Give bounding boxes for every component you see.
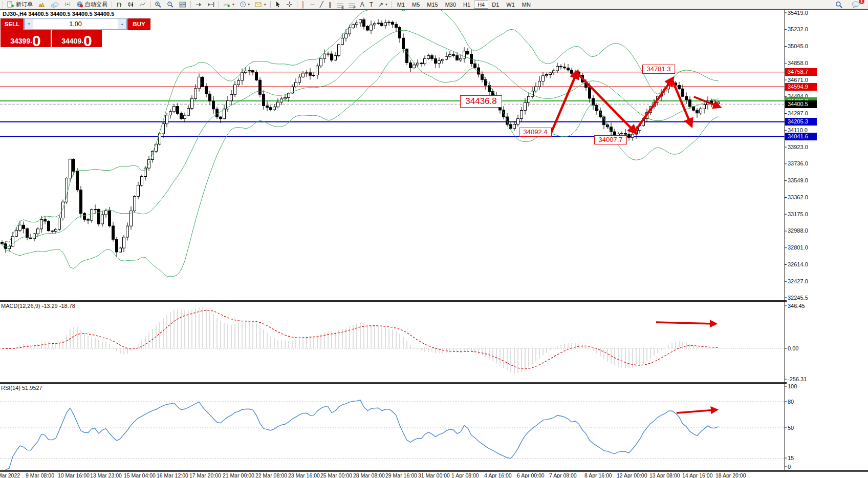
- main-chart-canvas[interactable]: [0, 0, 868, 478]
- auto-scroll-button[interactable]: [192, 1, 205, 9]
- trend-annotation-arrows[interactable]: [550, 73, 719, 413]
- dropdown-caret-icon: ▾: [385, 3, 387, 7]
- crosshair-tool-button[interactable]: [284, 1, 295, 9]
- gold-symbols-button[interactable]: [35, 1, 48, 9]
- toolbar-separator: [297, 1, 297, 8]
- time-axis-label: 23 Mar 16:00: [288, 472, 320, 478]
- price-annotation-label[interactable]: 34436.8: [460, 95, 502, 108]
- auto-scroll-icon: [195, 2, 202, 8]
- sell-price-main: 34399: [10, 37, 30, 47]
- volume-decrease-button[interactable]: ▾: [25, 19, 33, 29]
- rsi-axis-label: 50: [788, 425, 794, 431]
- chart-shift-button[interactable]: [205, 1, 217, 9]
- search-button[interactable]: [833, 1, 845, 9]
- time-axis-label: 8 Mar 2022: [0, 472, 20, 478]
- rsi-axis-label: 80: [788, 399, 794, 405]
- timeframe-m1-button[interactable]: M1: [394, 1, 408, 9]
- text-tool-icon: A: [360, 2, 364, 8]
- notifications-button[interactable]: 1: [849, 1, 863, 9]
- gold-icon: [38, 2, 46, 8]
- price-axis-label: 33923.0: [788, 144, 808, 150]
- clock-icon: [240, 1, 246, 8]
- auto-trading-icon: [76, 1, 83, 8]
- time-axis-label: 15 Mar 04:00: [124, 472, 156, 478]
- candlestick-icon: [127, 2, 134, 8]
- auto-trading-button[interactable]: 自动交易: [74, 1, 110, 9]
- macd-main-value: -13.29: [41, 303, 57, 309]
- trendline-tool-button[interactable]: ╱: [317, 1, 326, 9]
- time-axis-label: 4 Apr 16:00: [484, 472, 512, 478]
- fibonacci-fan-tool-button[interactable]: F: [346, 1, 358, 9]
- timeframe-w1-button[interactable]: W1: [503, 1, 518, 9]
- price-axis-label: 35232.0: [788, 26, 808, 32]
- time-axis-label: 13 Mar 23:00: [90, 472, 122, 478]
- time-axis-label: 8 Apr 16:00: [584, 472, 612, 478]
- trade-panel-prices: 34399.0 34409.0: [1, 30, 102, 47]
- new-order-button[interactable]: 新订单: [5, 1, 35, 9]
- text-label-tool-button[interactable]: T: [367, 1, 376, 9]
- cursor-icon: [275, 1, 281, 8]
- bar-chart-mode-button[interactable]: [114, 1, 125, 9]
- tile-windows-button[interactable]: [177, 1, 189, 9]
- cloud-icon: [51, 2, 59, 8]
- timeframe-m5-button[interactable]: M5: [408, 1, 423, 9]
- equidistant-channel-tool-button[interactable]: ∥: [326, 1, 334, 9]
- line-chart-mode-button[interactable]: [137, 1, 148, 9]
- templates-icon: [255, 2, 262, 8]
- buy-price-big-digit: 0: [83, 34, 92, 48]
- sell-button[interactable]: SELL: [1, 18, 24, 30]
- timeframe-h4-button[interactable]: H4: [474, 1, 488, 9]
- time-axis-label: 12 Apr 00:00: [617, 472, 647, 478]
- auto-trading-label: 自动交易: [85, 1, 107, 8]
- text-tool-button[interactable]: A: [358, 1, 367, 9]
- templates-button[interactable]: ▾: [252, 1, 269, 9]
- add-indicator-button[interactable]: ▾: [221, 1, 237, 9]
- price-annotation-label[interactable]: 34007.7: [594, 135, 627, 144]
- price-annotation-label[interactable]: 34092.4: [519, 128, 552, 137]
- fibonacci-tool-button[interactable]: E: [334, 1, 346, 9]
- rsi-line: [6, 400, 719, 470]
- one-click-trading-panel: SELL ▾ ▴ BUY 34399.0 34409.0: [1, 18, 102, 47]
- toolbar-separator: [190, 1, 191, 8]
- timeframe-d1-button[interactable]: D1: [488, 1, 503, 9]
- sell-price-big-digit: 0: [32, 34, 41, 48]
- timeframe-m30-button[interactable]: M30: [442, 1, 460, 9]
- fibonacci-icon: E: [337, 2, 343, 8]
- timeframe-m15-button[interactable]: M15: [423, 1, 441, 9]
- timeframe-h1-button[interactable]: H1: [460, 1, 474, 9]
- volume-input[interactable]: [33, 19, 118, 29]
- arrows-tool-button[interactable]: ↗ ▾: [376, 1, 390, 9]
- zoom-in-button[interactable]: [152, 1, 164, 9]
- candlestick-mode-button[interactable]: [125, 1, 137, 9]
- toolbar-separator: [112, 1, 112, 8]
- dropdown-caret-icon: ▾: [232, 3, 234, 7]
- rsi-axis-label: 0: [788, 464, 791, 470]
- macd-histogram: [2, 307, 719, 373]
- main-toolbar: 新订单 自动交易: [0, 0, 868, 9]
- buy-price[interactable]: 34409.0: [52, 30, 102, 47]
- periods-button[interactable]: ▾: [237, 1, 253, 9]
- price-axis-label: 33362.0: [788, 194, 808, 200]
- tile-windows-icon: [179, 2, 186, 8]
- cursor-tool-button[interactable]: [272, 1, 284, 9]
- price-axis-label: 35419.0: [788, 10, 808, 16]
- horizontal-line-icon: ─: [310, 2, 315, 8]
- horizontal-line-tool-button[interactable]: ─: [308, 1, 317, 9]
- virtual-hosting-button[interactable]: [48, 1, 61, 9]
- vertical-line-tool-button[interactable]: │: [299, 1, 308, 9]
- time-axis-label: 10 Mar 16:00: [58, 472, 90, 478]
- time-axis-label: 22 Mar 08:00: [255, 472, 287, 478]
- time-axis-label: 28 Mar 08:00: [353, 472, 385, 478]
- volume-increase-button[interactable]: ▴: [118, 19, 126, 29]
- zoom-out-button[interactable]: [164, 1, 177, 9]
- time-axis-label: 16 Mar 12:00: [157, 472, 188, 478]
- sell-price[interactable]: 34399.0: [1, 30, 51, 47]
- news-signal-button[interactable]: [61, 1, 74, 9]
- support-resistance-lines[interactable]: [0, 72, 785, 137]
- timeframe-mn-button[interactable]: MN: [518, 1, 534, 9]
- macd-axis-label: -256.31: [788, 376, 807, 382]
- price-annotation-label[interactable]: 34781.3: [642, 65, 675, 74]
- trade-panel-controls: SELL ▾ ▴ BUY: [1, 18, 102, 30]
- buy-button[interactable]: BUY: [127, 18, 150, 30]
- chart-ohlc-title: DJ30-,H4 34400.5 34400.5 34400.5 34400.5: [3, 11, 114, 17]
